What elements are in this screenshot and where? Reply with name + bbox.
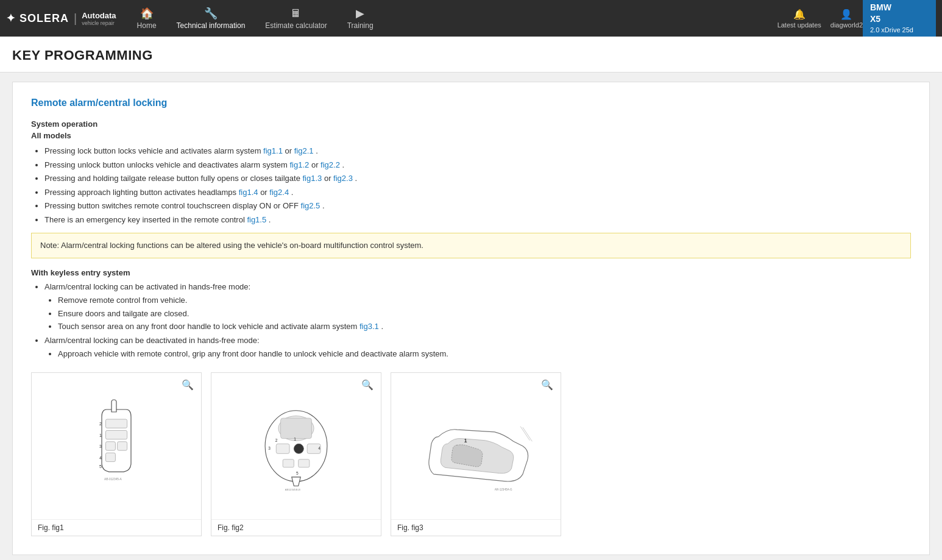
key-fig1-svg: 2 1 3 4 5 AB-012345-A — [68, 385, 165, 507]
sub-bullet-list: Approach vehicle with remote control, gr… — [44, 348, 911, 360]
svg-rect-3 — [118, 441, 127, 450]
page-title: KEY PROGRAMMING — [12, 48, 930, 63]
svg-text:AB-012345-A: AB-012345-A — [104, 478, 122, 481]
fig2-5-link[interactable]: fig2.5 — [301, 201, 320, 210]
figure-1-image: 2 1 3 4 5 AB-012345-A — [32, 373, 201, 519]
svg-rect-15 — [294, 444, 303, 453]
fig1-2-link[interactable]: fig1.2 — [289, 160, 309, 169]
svg-text:4: 4 — [99, 455, 102, 460]
home-icon: 🏠 — [140, 7, 154, 20]
zoom-icon-fig2[interactable]: 🔍 — [359, 378, 376, 392]
wrench-icon: 🔧 — [204, 7, 218, 20]
section-title-link[interactable]: Remote alarm/central locking — [31, 97, 911, 108]
nav-training[interactable]: ▶ Training — [339, 2, 382, 35]
system-operation-title: System operation — [31, 119, 911, 129]
bell-icon: 🔔 — [793, 9, 806, 20]
brand-name: ✦ SOLERA — [6, 12, 69, 25]
svg-rect-14 — [276, 444, 289, 453]
note-box: Note: Alarm/central locking functions ca… — [31, 233, 911, 258]
list-item: Ensure doors and tailgate are closed. — [58, 308, 911, 320]
svg-line-26 — [523, 427, 532, 441]
nav-estimate-calculator[interactable]: 🖩 Estimate calculator — [257, 2, 335, 35]
svg-text:AB12345B-B: AB12345B-B — [285, 487, 300, 491]
svg-text:3: 3 — [99, 444, 102, 449]
vehicle-badge[interactable]: BMW X5 2.0 xDrive 25d — [863, 0, 936, 37]
nav-technical-information[interactable]: 🔧 Technical information — [168, 2, 254, 35]
figure-2-caption: Fig. fig2 — [211, 519, 381, 536]
page-header: KEY PROGRAMMING — [0, 37, 942, 73]
svg-text:4: 4 — [318, 445, 320, 450]
svg-text:AR-12345A-G: AR-12345A-G — [495, 488, 512, 491]
sub-bullet-list: Remove remote control from vehicle. Ensu… — [44, 294, 911, 333]
fig2-1-link[interactable]: fig2.1 — [294, 146, 314, 155]
zoom-icon-fig3[interactable]: 🔍 — [539, 378, 556, 392]
svg-line-27 — [520, 426, 529, 440]
key-fig2-svg: 2 3 1 4 5 AB12345B-B — [247, 385, 345, 507]
play-icon: ▶ — [356, 7, 364, 20]
nav-home[interactable]: 🏠 Home — [129, 2, 165, 35]
list-item: Alarm/central locking can be activated i… — [44, 281, 911, 333]
svg-rect-13 — [281, 418, 312, 438]
account-button[interactable]: 👤 diagworld2 — [830, 9, 863, 29]
main-bullet-list: Pressing lock button locks vehicle and a… — [31, 145, 911, 225]
fig1-5-link[interactable]: fig1.5 — [247, 215, 266, 224]
list-item: There is an emergency key inserted in th… — [44, 214, 911, 226]
svg-text:2: 2 — [99, 421, 102, 427]
figure-3-box: 🔍 1 — [391, 372, 561, 536]
svg-rect-2 — [105, 441, 115, 450]
nav-right: 🔔 Latest updates 👤 diagworld2 — [777, 9, 863, 29]
svg-text:1: 1 — [294, 437, 296, 441]
svg-text:2: 2 — [275, 438, 278, 442]
svg-text:5: 5 — [99, 464, 102, 469]
list-item: Approach vehicle with remote control, gr… — [58, 348, 911, 360]
list-item: Alarm/central locking can be deactivated… — [44, 335, 911, 360]
figure-1-caption: Fig. fig1 — [32, 519, 201, 536]
nav-items: 🏠 Home 🔧 Technical information 🖩 Estimat… — [129, 2, 777, 35]
zoom-icon-fig1[interactable]: 🔍 — [179, 378, 196, 392]
product-name: Autodata vehicle repair — [82, 11, 116, 26]
fig2-4-link[interactable]: fig2.4 — [269, 188, 289, 197]
fig1-4-link[interactable]: fig1.4 — [239, 188, 258, 197]
fig2-2-link[interactable]: fig2.2 — [320, 160, 340, 169]
all-models-title: All models — [31, 131, 911, 140]
svg-text:3: 3 — [268, 445, 271, 450]
svg-rect-4 — [105, 453, 115, 461]
list-item: Pressing and holding tailgate release bu… — [44, 172, 911, 185]
fig2-3-link[interactable]: fig2.3 — [333, 174, 353, 183]
note-text: Note: Alarm/central locking functions ca… — [40, 241, 423, 250]
user-icon: 👤 — [840, 9, 852, 20]
list-item: Touch sensor area on any front door hand… — [58, 321, 911, 333]
logo-separator: | — [74, 12, 77, 26]
figure-3-image: 1 AR-12345A-G — [391, 373, 561, 519]
latest-updates-button[interactable]: 🔔 Latest updates — [777, 9, 821, 29]
list-item: Remove remote control from vehicle. — [58, 294, 911, 307]
fig1-3-link[interactable]: fig1.3 — [303, 174, 322, 183]
keyless-bullet-list: Alarm/central locking can be activated i… — [31, 281, 911, 360]
figure-2-image: 2 3 1 4 5 AB12345B-B — [211, 373, 381, 519]
list-item: Pressing approach lighting button activa… — [44, 186, 911, 199]
figure-1-box: 🔍 — [31, 372, 202, 536]
figures-row: 🔍 — [31, 372, 911, 536]
svg-rect-1 — [105, 430, 127, 439]
svg-text:1: 1 — [464, 437, 467, 443]
content-card: Remote alarm/central locking System oper… — [12, 82, 930, 555]
figure-2-box: 🔍 — [211, 372, 381, 536]
logo: ✦ SOLERA | Autodata vehicle repair — [6, 11, 116, 26]
svg-rect-18 — [299, 459, 310, 467]
main-content: Remote alarm/central locking System oper… — [0, 73, 942, 560]
svg-text:1: 1 — [99, 432, 102, 438]
door-handle-svg: 1 AR-12345A-G — [415, 385, 537, 507]
top-navigation: ✦ SOLERA | Autodata vehicle repair 🏠 Hom… — [0, 0, 942, 37]
keyless-title: With keyless entry system — [31, 268, 911, 277]
calculator-icon: 🖩 — [291, 7, 302, 20]
fig3-1-link[interactable]: fig3.1 — [359, 322, 379, 331]
figure-3-caption: Fig. fig3 — [391, 519, 561, 536]
svg-text:5: 5 — [296, 471, 299, 475]
list-item: Pressing unlock button unlocks vehicle a… — [44, 159, 911, 171]
svg-rect-17 — [283, 459, 294, 467]
fig1-1-link[interactable]: fig1.1 — [263, 146, 283, 155]
list-item: Pressing button switches remote control … — [44, 200, 911, 212]
svg-rect-0 — [105, 419, 127, 428]
list-item: Pressing lock button locks vehicle and a… — [44, 145, 911, 157]
